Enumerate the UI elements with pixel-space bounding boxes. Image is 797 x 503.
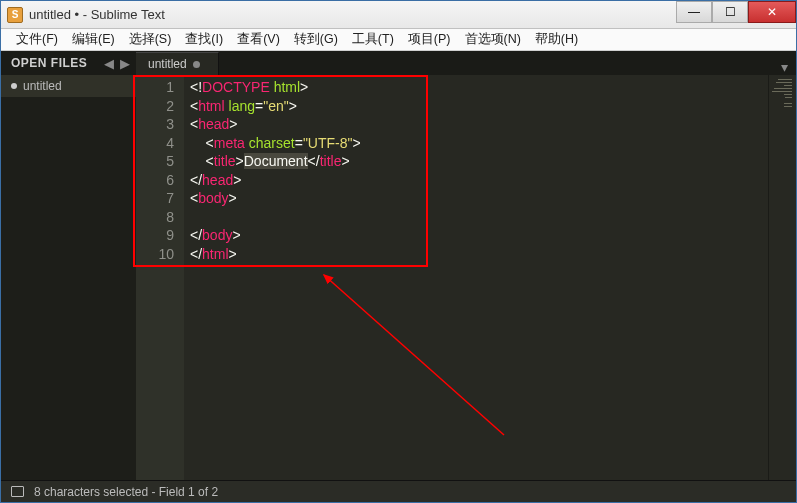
nav-back-icon[interactable]: ◀ xyxy=(104,56,114,71)
maximize-button[interactable]: ☐ xyxy=(712,1,748,23)
line-number: 2 xyxy=(136,97,174,116)
sidebar: OPEN FILES ◀ ▶ untitled xyxy=(1,51,136,480)
selected-text: Document xyxy=(244,153,308,169)
open-file-item[interactable]: untitled xyxy=(1,75,136,97)
status-text: 8 characters selected - Field 1 of 2 xyxy=(34,485,218,499)
editor-area: untitled ▾ 1 2 3 4 5 6 7 8 9 10 xyxy=(136,51,796,480)
line-number: 5 xyxy=(136,152,174,171)
annotation-arrow-icon xyxy=(314,265,514,445)
svg-line-0 xyxy=(324,275,504,435)
line-gutter: 1 2 3 4 5 6 7 8 9 10 xyxy=(136,75,184,480)
status-bar: 8 characters selected - Field 1 of 2 xyxy=(1,480,796,502)
line-number: 7 xyxy=(136,189,174,208)
line-number: 8 xyxy=(136,208,174,227)
minimap[interactable] xyxy=(768,75,796,480)
tab-unsaved-icon xyxy=(193,61,200,68)
sidebar-header: OPEN FILES xyxy=(1,51,104,75)
code-text[interactable]: <!DOCTYPE html> <html lang="en"> <head> … xyxy=(184,75,768,480)
sidebar-nav: ◀ ▶ xyxy=(104,51,136,75)
unsaved-dot-icon xyxy=(11,83,17,89)
menu-tools[interactable]: 工具(T) xyxy=(345,31,401,48)
tab-bar: untitled ▾ xyxy=(136,51,796,75)
menu-bar: 文件(F) 编辑(E) 选择(S) 查找(I) 查看(V) 转到(G) 工具(T… xyxy=(1,29,796,51)
menu-file[interactable]: 文件(F) xyxy=(9,31,65,48)
close-button[interactable]: ✕ xyxy=(748,1,796,23)
tab-untitled[interactable]: untitled xyxy=(136,52,219,75)
menu-project[interactable]: 项目(P) xyxy=(401,31,458,48)
window-controls: — ☐ ✕ xyxy=(676,1,796,23)
menu-view[interactable]: 查看(V) xyxy=(230,31,287,48)
menu-preferences[interactable]: 首选项(N) xyxy=(458,31,528,48)
nav-forward-icon[interactable]: ▶ xyxy=(120,56,130,71)
panel-icon[interactable] xyxy=(11,486,24,497)
menu-goto[interactable]: 转到(G) xyxy=(287,31,345,48)
menu-edit[interactable]: 编辑(E) xyxy=(65,31,122,48)
tab-label: untitled xyxy=(148,57,187,71)
menu-find[interactable]: 查找(I) xyxy=(178,31,230,48)
line-number: 6 xyxy=(136,171,174,190)
line-number: 1 xyxy=(136,78,174,97)
window-title: untitled • - Sublime Text xyxy=(29,7,676,22)
tab-overflow-icon[interactable]: ▾ xyxy=(773,59,796,75)
title-bar: S untitled • - Sublime Text — ☐ ✕ xyxy=(1,1,796,29)
code-area[interactable]: 1 2 3 4 5 6 7 8 9 10 <!DOCTYPE html> <ht… xyxy=(136,75,796,480)
app-icon: S xyxy=(7,7,23,23)
line-number: 3 xyxy=(136,115,174,134)
line-number: 9 xyxy=(136,226,174,245)
main-area: OPEN FILES ◀ ▶ untitled untitled ▾ xyxy=(1,51,796,480)
minimize-button[interactable]: — xyxy=(676,1,712,23)
app-window: S untitled • - Sublime Text — ☐ ✕ 文件(F) … xyxy=(0,0,797,503)
line-number: 10 xyxy=(136,245,174,264)
open-file-label: untitled xyxy=(23,79,62,93)
menu-select[interactable]: 选择(S) xyxy=(122,31,179,48)
menu-help[interactable]: 帮助(H) xyxy=(528,31,585,48)
line-number: 4 xyxy=(136,134,174,153)
